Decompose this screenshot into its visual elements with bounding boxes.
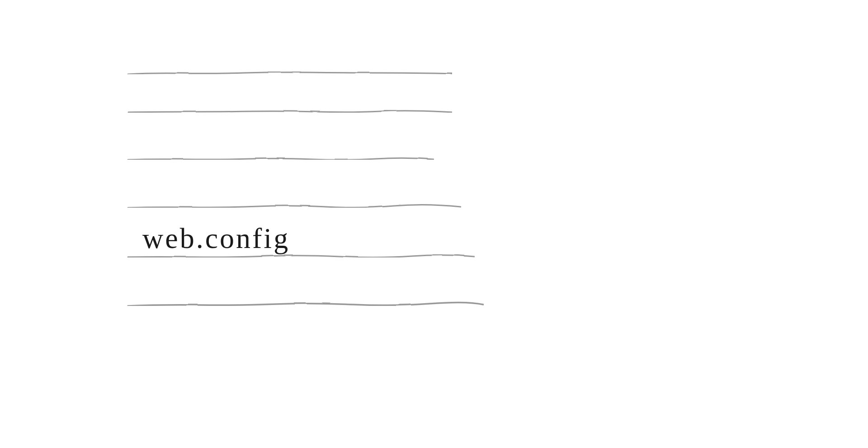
handwritten-label: web.config [142, 222, 290, 255]
sketch-line [127, 204, 461, 209]
sketch-line [127, 156, 434, 162]
sketch-line [127, 70, 452, 76]
sketch-line [127, 109, 452, 114]
sketch-line [127, 301, 484, 307]
sketch-container: web.config [127, 70, 484, 315]
